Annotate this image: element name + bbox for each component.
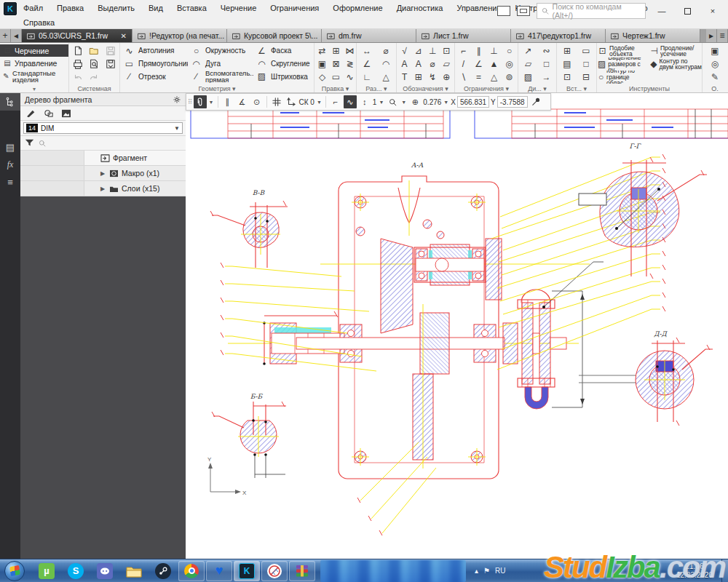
taskbar-clock[interactable]: 21:06 12.03.2020 <box>676 562 713 580</box>
diagnostic-tool-icon[interactable]: □ <box>539 58 553 71</box>
panel-tab-standard[interactable]: ✎Стандартные изделия <box>0 69 68 84</box>
tab-scroll-left[interactable]: ◂ <box>11 29 22 42</box>
new-tab-button[interactable]: + <box>0 29 11 42</box>
diagnostic-tool-icon[interactable]: → <box>539 71 553 84</box>
coordinate-system-value[interactable]: СК 0 <box>299 98 314 106</box>
tab-close-icon[interactable]: ✕ <box>121 32 127 40</box>
snap-angle-icon[interactable]: ∡ <box>236 95 249 108</box>
steam-taskbar-icon[interactable] <box>154 562 173 581</box>
construction-line-button[interactable]: ∕Вспомогатель... прямая <box>188 70 253 83</box>
constraint-tool-icon[interactable]: ○ <box>502 45 516 57</box>
diagnostic-tool-icon[interactable]: ↗ <box>521 45 535 57</box>
rectangle-button[interactable]: ▭Прямоугольник <box>121 57 188 71</box>
tab-list-button[interactable]: ≡ <box>717 29 728 42</box>
screen-icon[interactable] <box>517 6 530 16</box>
perpendicular-constraint-icon[interactable]: ⊥ <box>487 45 501 57</box>
contour-two-button[interactable]: ◆Контур по двум контурам <box>650 57 703 71</box>
edit-tool-icon[interactable]: ▣ <box>315 58 329 71</box>
redo-icon[interactable] <box>87 71 101 84</box>
winrar-taskbar-button[interactable] <box>289 561 315 581</box>
discord-taskbar-icon[interactable] <box>95 562 114 581</box>
tree-search-input[interactable] <box>39 138 181 148</box>
chevron-down-icon[interactable]: ▼ <box>379 100 384 105</box>
drag-grip-icon[interactable]: ⠿ <box>188 98 192 105</box>
close-button[interactable]: × <box>703 5 722 17</box>
menu-diagnostics[interactable]: Диагностика <box>397 4 443 12</box>
skype-taskbar-icon[interactable]: S <box>66 562 85 581</box>
constraint-tool-icon[interactable]: △ <box>487 71 501 84</box>
contour-boundary-button[interactable]: ○Контур по границе облас... <box>598 71 650 84</box>
style-select[interactable]: 14 DIM ▼ <box>23 122 183 134</box>
maximize-button[interactable] <box>678 5 697 17</box>
print-icon[interactable] <box>71 58 85 71</box>
polyline-mode-button[interactable]: ∿ <box>344 95 357 108</box>
table-tool-icon[interactable]: ⊞ <box>411 71 425 84</box>
edit-tool-icon[interactable]: ◇ <box>315 71 329 84</box>
designation-tool-icon[interactable]: ⊿ <box>411 45 425 57</box>
system-tray[interactable]: ▴ ⚑ RU <box>475 567 505 575</box>
panel-tab-drawing[interactable]: ⊡Черчение <box>0 44 68 57</box>
dimension-select-button[interactable]: ▨Выделение размеров с ру... <box>598 57 650 71</box>
insert-tool-icon[interactable]: ▤ <box>561 58 574 71</box>
edit-tool-icon[interactable]: ⇄ <box>315 45 329 57</box>
menu-drawing[interactable]: Черчение <box>221 4 257 12</box>
expand-arrow-icon[interactable]: ▶ <box>100 170 106 177</box>
minimize-button[interactable]: — <box>652 5 671 17</box>
insert-tool-icon[interactable]: ▭ <box>579 45 593 57</box>
parallel-constraint-icon[interactable]: ∥ <box>472 45 486 57</box>
snap-settings-button[interactable] <box>194 95 207 108</box>
object-similarity-button[interactable]: ⊡Подобие объекта <box>598 44 650 57</box>
fragment-tree-tab[interactable] <box>0 93 20 111</box>
diagnostic-tool-icon[interactable]: ∾ <box>539 45 553 57</box>
undo-icon[interactable] <box>71 71 85 84</box>
chevron-down-icon[interactable]: ▼ <box>443 100 448 105</box>
kompas-taskbar-button[interactable]: K <box>234 561 260 581</box>
save-as-icon[interactable] <box>103 58 117 71</box>
extend-trim-button[interactable]: ⊣Продление/ усечение <box>650 44 703 57</box>
menu-management[interactable]: Управление <box>456 4 501 12</box>
variables-tab[interactable]: fx <box>0 156 20 173</box>
explorer-taskbar-icon[interactable] <box>124 562 143 581</box>
chamfer-button[interactable]: ∠Фаска <box>253 44 312 57</box>
constraint-tool-icon[interactable]: ▲ <box>487 58 501 71</box>
utorrent-taskbar-icon[interactable]: µ <box>37 562 56 581</box>
insert-tool-icon[interactable]: □ <box>579 58 593 71</box>
zoom-value[interactable]: 0.276 <box>423 98 441 106</box>
edit-tool-icon[interactable]: ⊠ <box>329 58 343 71</box>
cursor-y-value[interactable]: -3.7588 <box>497 96 528 108</box>
constraint-tool-icon[interactable]: ∖ <box>456 71 470 84</box>
panel-tab-management[interactable]: ▤Управление <box>0 57 68 69</box>
designation-tool-icon[interactable]: ⊕ <box>440 71 454 84</box>
parameters-tab[interactable]: ▤ <box>0 138 20 156</box>
heart-app-taskbar-button[interactable]: ♥ <box>206 561 232 581</box>
constraint-tool-icon[interactable]: ◎ <box>502 58 516 71</box>
rounding-toggle-icon[interactable]: ⌐ <box>329 95 342 108</box>
layers-tab[interactable]: ≡ <box>0 173 20 191</box>
snipping-tool-taskbar-button[interactable] <box>261 561 288 581</box>
dimension-tool-icon[interactable]: ∠ <box>360 58 374 71</box>
chevron-down-icon[interactable]: ▼ <box>317 100 322 105</box>
save-icon[interactable] <box>103 45 117 57</box>
menu-select[interactable]: Выделить <box>98 4 135 12</box>
segment-button[interactable]: ∕Отрезок <box>121 70 188 83</box>
fillet-button[interactable]: ◠Скругление <box>253 57 312 71</box>
print-preview-icon[interactable] <box>87 58 101 71</box>
constraint-tool-icon[interactable]: ⊚ <box>502 71 516 84</box>
command-search-input[interactable]: Поиск по командам (Alt+/) <box>537 3 646 19</box>
dimension-tool-icon[interactable]: △ <box>379 71 393 84</box>
open-document-icon[interactable] <box>87 45 101 57</box>
menu-view[interactable]: Вид <box>149 4 163 12</box>
tab-curs-r1[interactable]: 05.03\CURS_R1.frw✕ <box>22 29 132 42</box>
dimension-tool-icon[interactable]: ⌀ <box>379 45 393 57</box>
menu-file[interactable]: Файл <box>23 4 43 12</box>
designation-tool-icon[interactable]: ↯ <box>426 71 440 84</box>
tab-list1[interactable]: Лист 1.frw <box>416 29 511 42</box>
menu-insert[interactable]: Вставка <box>177 4 207 12</box>
angle-constraint-icon[interactable]: ∠ <box>472 58 486 71</box>
edit-tool-icon[interactable]: ≷ <box>343 58 357 71</box>
menu-edit[interactable]: Правка <box>57 4 84 12</box>
tab-reduktor-print[interactable]: !Редуктор (на печат... <box>132 29 227 42</box>
grid-toggle-icon[interactable] <box>270 95 283 108</box>
eyedropper-button[interactable] <box>529 95 542 108</box>
language-indicator[interactable]: RU <box>495 567 505 575</box>
